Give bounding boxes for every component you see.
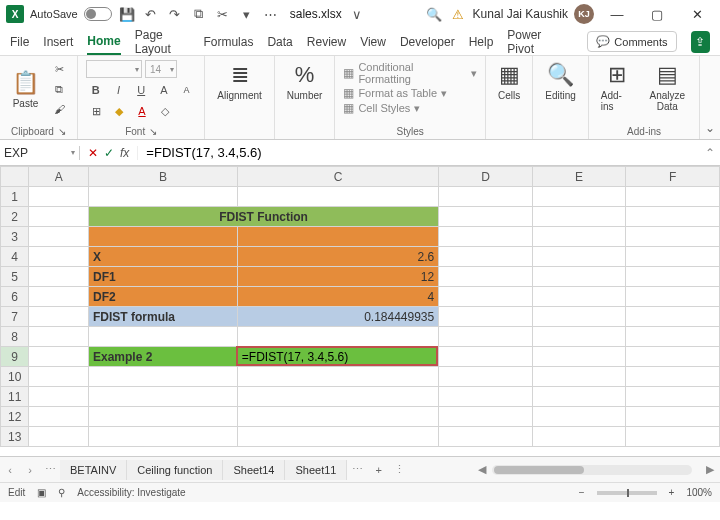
name-box[interactable]: EXP ▾	[0, 146, 80, 160]
cell-C10[interactable]	[237, 367, 438, 387]
number-button[interactable]: % Number	[283, 60, 327, 103]
cell-F10[interactable]	[626, 367, 720, 387]
clear-format-button[interactable]: ◇	[155, 102, 175, 120]
comments-button[interactable]: 💬 Comments	[587, 31, 676, 52]
cell-F4[interactable]	[626, 247, 720, 267]
sheet-next-button[interactable]: ›	[20, 464, 40, 476]
cell-A1[interactable]	[29, 187, 89, 207]
cell-F2[interactable]	[532, 207, 626, 227]
italic-button[interactable]: I	[109, 81, 129, 99]
add-sheet-button[interactable]: +	[367, 464, 389, 476]
cell-C5[interactable]: 12	[237, 267, 438, 287]
cell-E3[interactable]	[532, 227, 626, 247]
cell-A13[interactable]	[29, 427, 89, 447]
cell-B9[interactable]: Example 2	[89, 347, 238, 367]
cell-C8[interactable]	[237, 327, 438, 347]
sheet-tab-ceiling-function[interactable]: Ceiling function	[127, 460, 223, 480]
conditional-formatting-button[interactable]: ▦Conditional Formatting▾	[343, 61, 477, 85]
font-family-combo[interactable]	[86, 60, 142, 78]
sheet-overflow-button[interactable]: ⋯	[347, 463, 367, 476]
cell-B13[interactable]	[89, 427, 238, 447]
zoom-in-button[interactable]: +	[669, 487, 675, 498]
cell-C9[interactable]: =FDIST(17, 3.4,5.6)	[237, 347, 438, 367]
underline-button[interactable]: U	[131, 81, 151, 99]
share-button[interactable]: ⇪	[691, 31, 710, 53]
maximize-button[interactable]: ▢	[640, 0, 674, 28]
copy-button[interactable]: ⧉	[49, 80, 69, 98]
accessibility-status[interactable]: Accessibility: Investigate	[77, 487, 185, 498]
cell-B7[interactable]: FDIST formula	[89, 307, 238, 327]
cell-F13[interactable]	[626, 427, 720, 447]
cell-C4[interactable]: 2.6	[237, 247, 438, 267]
cell-E12[interactable]	[532, 407, 626, 427]
tab-data[interactable]: Data	[267, 28, 292, 55]
close-button[interactable]: ✕	[680, 0, 714, 28]
row-header-13[interactable]: 13	[1, 427, 29, 447]
cell-A10[interactable]	[29, 367, 89, 387]
search-icon[interactable]: 🔍	[425, 5, 443, 23]
cell-E1[interactable]	[532, 187, 626, 207]
cell-F12[interactable]	[626, 407, 720, 427]
horizontal-scrollbar[interactable]	[492, 465, 692, 475]
cell-C3[interactable]	[237, 227, 438, 247]
cell-E7[interactable]	[532, 307, 626, 327]
cell-C7[interactable]: 0.184449935	[237, 307, 438, 327]
format-painter-button[interactable]: 🖌	[49, 100, 69, 118]
zoom-out-button[interactable]: −	[579, 487, 585, 498]
row-header-1[interactable]: 1	[1, 187, 29, 207]
cell-E2[interactable]	[439, 207, 533, 227]
accessibility-icon[interactable]: ⚲	[58, 487, 65, 498]
tab-power-pivot[interactable]: Power Pivot	[507, 28, 559, 55]
cell-F5[interactable]	[626, 267, 720, 287]
cut-icon[interactable]: ✂	[214, 5, 232, 23]
fx-button[interactable]: fx	[120, 146, 129, 160]
col-header-A[interactable]: A	[29, 167, 89, 187]
sheet-tab-sheet11[interactable]: Sheet11	[285, 460, 347, 480]
cell-undefined2[interactable]	[626, 207, 720, 227]
cell-B1[interactable]	[89, 187, 238, 207]
minimize-button[interactable]: —	[600, 0, 634, 28]
paste-button[interactable]: 📋 Paste	[8, 68, 43, 111]
cell-B6[interactable]: DF2	[89, 287, 238, 307]
cell-B3[interactable]	[89, 227, 238, 247]
cell-A6[interactable]	[29, 287, 89, 307]
cell-D1[interactable]	[439, 187, 533, 207]
fill-color-button[interactable]: ◆	[109, 102, 129, 120]
cell-E10[interactable]	[532, 367, 626, 387]
cell-D8[interactable]	[439, 327, 533, 347]
sheet-menu-button[interactable]: ⋮	[390, 463, 410, 476]
cell-D6[interactable]	[439, 287, 533, 307]
cell-D13[interactable]	[439, 427, 533, 447]
cell-D9[interactable]	[439, 347, 533, 367]
cell-E11[interactable]	[532, 387, 626, 407]
grow-font-button[interactable]: A	[154, 81, 174, 99]
font-size-combo[interactable]: 14	[145, 60, 177, 78]
cut-button[interactable]: ✂	[49, 60, 69, 78]
cell-A4[interactable]	[29, 247, 89, 267]
expand-formula-bar-button[interactable]: ⌃	[700, 146, 720, 160]
cell-A9[interactable]	[29, 347, 89, 367]
cell-F6[interactable]	[626, 287, 720, 307]
font-launcher-icon[interactable]: ↘	[149, 126, 157, 137]
cell-E5[interactable]	[532, 267, 626, 287]
col-header-D[interactable]: D	[439, 167, 533, 187]
format-as-table-button[interactable]: ▦Format as Table▾	[343, 86, 477, 100]
cell-F3[interactable]	[626, 227, 720, 247]
col-header-F[interactable]: F	[626, 167, 720, 187]
tab-home[interactable]: Home	[87, 28, 120, 55]
qat-dropdown-icon[interactable]: ▾	[238, 5, 256, 23]
cell-C6[interactable]: 4	[237, 287, 438, 307]
cell-A8[interactable]	[29, 327, 89, 347]
undo-icon[interactable]: ↶	[142, 5, 160, 23]
row-header-7[interactable]: 7	[1, 307, 29, 327]
addins-button[interactable]: ⊞Add-ins	[597, 60, 637, 114]
cell-B4[interactable]: X	[89, 247, 238, 267]
cell-styles-button[interactable]: ▦Cell Styles▾	[343, 101, 477, 115]
cell-C12[interactable]	[237, 407, 438, 427]
cell-A5[interactable]	[29, 267, 89, 287]
cell-A2[interactable]	[29, 207, 89, 227]
sheet-tab-betainv[interactable]: BETAINV	[60, 460, 127, 480]
save-icon[interactable]: 💾	[118, 5, 136, 23]
cell-F1[interactable]	[626, 187, 720, 207]
cell-D11[interactable]	[439, 387, 533, 407]
